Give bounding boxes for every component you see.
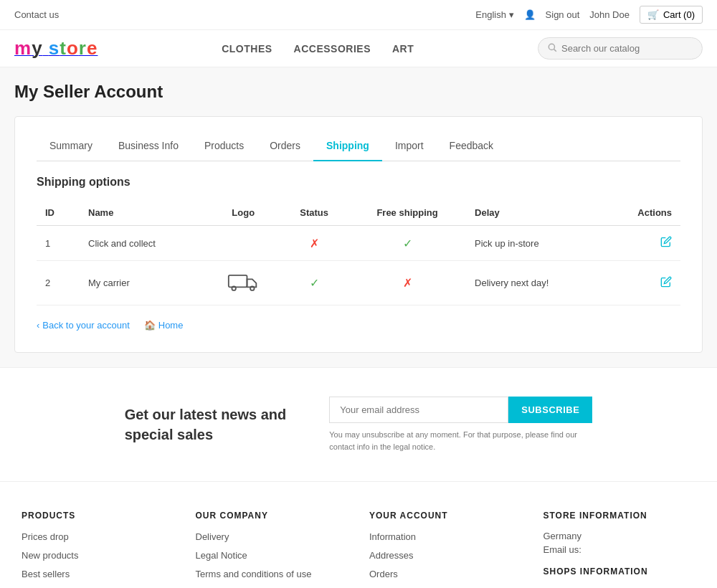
newsletter-heading: Get our latest news andspecial sales — [125, 404, 287, 445]
tab-orders[interactable]: Orders — [257, 131, 313, 161]
footer-account-heading: YOUR ACCOUNT — [369, 511, 522, 521]
home-link[interactable]: 🏠 Home — [144, 320, 184, 331]
newsletter-section: Get our latest news andspecial sales SUB… — [0, 367, 717, 481]
footer-col-account: YOUR ACCOUNT Information Addresses Order… — [369, 511, 522, 588]
signout-link[interactable]: Sign out — [546, 9, 580, 20]
row2-status: ✓ — [280, 261, 348, 305]
search-input[interactable] — [561, 43, 693, 54]
top-bar-right: English ▾ 👤 Sign out John Doe 🛒 Cart (0) — [475, 6, 703, 24]
truck-icon — [227, 284, 259, 295]
tab-products[interactable]: Products — [191, 131, 257, 161]
footer-col-products: PRODUCTS Prices drop New products Best s… — [22, 511, 174, 588]
footer-link-terms[interactable]: Terms and conditions of use — [196, 568, 348, 581]
footer-link-addresses[interactable]: Addresses — [369, 549, 522, 562]
logo[interactable]: my store — [14, 37, 98, 60]
row1-name: Click and collect — [80, 226, 206, 261]
footer-link-new-products[interactable]: New products — [22, 549, 174, 562]
newsletter-form: SUBSCRIBE You may unsubscribe at any mom… — [329, 397, 592, 452]
edit-icon[interactable] — [660, 237, 672, 250]
cart-button[interactable]: 🛒 Cart (0) — [640, 6, 703, 24]
contact-us-label[interactable]: Contact us — [14, 9, 59, 20]
cart-icon: 🛒 — [647, 9, 659, 20]
search-box[interactable] — [538, 37, 703, 60]
newsletter-form-area: SUBSCRIBE You may unsubscribe at any mom… — [329, 397, 592, 452]
svg-line-1 — [554, 49, 556, 52]
back-to-account-link[interactable]: ‹ Back to your account — [37, 320, 130, 331]
svg-rect-2 — [229, 275, 247, 288]
footer-store-email: Email us: — [543, 544, 696, 555]
row2-logo — [206, 261, 280, 305]
footer-products-heading: PRODUCTS — [22, 511, 174, 521]
person-icon: 👤 — [524, 9, 536, 20]
row1-status: ✗ — [280, 226, 348, 261]
nav-clothes[interactable]: CLOTHES — [222, 43, 272, 54]
footer-store-country: Germany — [543, 531, 696, 541]
tab-summary[interactable]: Summary — [37, 131, 105, 161]
account-panel: Summary Business Info Products Orders Sh… — [14, 116, 703, 353]
row2-actions — [603, 261, 680, 305]
col-header-free-shipping: Free shipping — [348, 200, 466, 226]
footer-link-delivery[interactable]: Delivery — [196, 531, 348, 544]
row1-delay: Pick up in-store — [466, 226, 603, 261]
chevron-left-icon: ‹ — [37, 320, 39, 331]
row2-free-shipping: ✗ — [348, 261, 466, 305]
newsletter-note: You may unsubscribe at any moment. For t… — [329, 429, 580, 452]
tab-feedback[interactable]: Feedback — [437, 131, 506, 161]
cross-icon: ✗ — [403, 277, 412, 289]
footer-columns: PRODUCTS Prices drop New products Best s… — [0, 481, 717, 588]
nav-art[interactable]: ART — [392, 43, 414, 54]
footer-shops-heading: SHOPS INFORMATION — [543, 566, 696, 577]
footer-store-heading: STORE INFORMATION — [543, 511, 696, 521]
site-header: my store CLOTHES ACCESSORIES ART — [0, 30, 717, 67]
search-icon — [547, 42, 557, 54]
footer-link-prices-drop[interactable]: Prices drop — [22, 531, 174, 544]
nav-accessories[interactable]: ACCESSORIES — [294, 43, 371, 54]
col-header-id: ID — [37, 200, 80, 226]
svg-point-3 — [232, 286, 237, 290]
table-row: 2 My carrier ✓ ✗ — [37, 261, 680, 305]
footer-link-information[interactable]: Information — [369, 531, 522, 544]
row1-logo — [206, 226, 280, 261]
tab-business-info[interactable]: Business Info — [105, 131, 191, 161]
svg-point-0 — [549, 44, 554, 49]
tab-shipping[interactable]: Shipping — [313, 131, 382, 161]
email-input[interactable] — [329, 397, 508, 423]
edit-icon[interactable] — [660, 278, 672, 290]
footer-link-orders[interactable]: Orders — [369, 568, 522, 581]
row2-id: 2 — [37, 261, 80, 305]
footer-link-best-sellers[interactable]: Best sellers — [22, 568, 174, 581]
username-label[interactable]: John Doe — [589, 9, 630, 20]
tabs: Summary Business Info Products Orders Sh… — [37, 131, 680, 161]
col-header-logo: Logo — [206, 200, 280, 226]
row2-delay: Delivery next day! — [466, 261, 603, 305]
subscribe-button[interactable]: SUBSCRIBE — [508, 397, 592, 423]
top-bar: Contact us English ▾ 👤 Sign out John Doe… — [0, 0, 717, 30]
row1-free-shipping: ✓ — [348, 226, 466, 261]
col-header-name: Name — [80, 200, 206, 226]
section-title: Shipping options — [37, 176, 680, 189]
col-header-status: Status — [280, 200, 348, 226]
col-header-actions: Actions — [603, 200, 680, 226]
table-row: 1 Click and collect ✗ ✓ Pick up in-store — [37, 226, 680, 261]
row1-id: 1 — [37, 226, 80, 261]
check-icon: ✓ — [403, 237, 412, 250]
cross-icon: ✗ — [310, 237, 319, 250]
newsletter-text: Get our latest news andspecial sales — [125, 404, 287, 445]
row2-name: My carrier — [80, 261, 206, 305]
cart-label: Cart (0) — [663, 9, 695, 20]
row1-actions — [603, 226, 680, 261]
check-icon: ✓ — [310, 277, 319, 289]
main-nav: CLOTHES ACCESSORIES ART — [222, 43, 414, 54]
footer-col-store: STORE INFORMATION Germany Email us: SHOP… — [543, 511, 696, 588]
page-content: My Seller Account Summary Business Info … — [0, 67, 717, 367]
svg-point-4 — [250, 286, 255, 290]
col-header-delay: Delay — [466, 200, 603, 226]
newsletter-form-row: SUBSCRIBE — [329, 397, 592, 423]
tab-import[interactable]: Import — [382, 131, 437, 161]
footer-link-legal-notice[interactable]: Legal Notice — [196, 549, 348, 562]
footer-col-company: OUR COMPANY Delivery Legal Notice Terms … — [196, 511, 348, 588]
language-selector[interactable]: English ▾ — [475, 9, 513, 20]
page-title: My Seller Account — [14, 82, 703, 102]
back-links: ‹ Back to your account 🏠 Home — [37, 320, 680, 331]
home-icon: 🏠 — [144, 320, 156, 331]
